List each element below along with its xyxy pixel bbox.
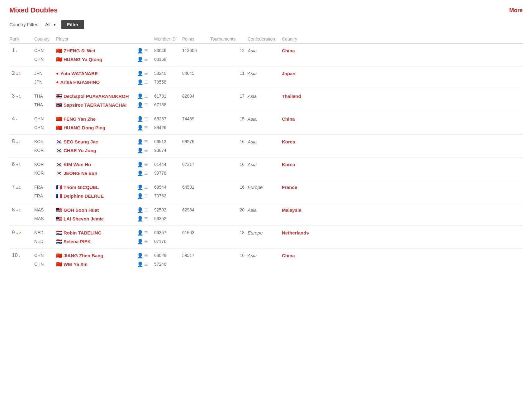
flag-emoji-icon: 🇹🇭 bbox=[56, 93, 62, 99]
person-icon[interactable]: 👤 bbox=[137, 230, 143, 236]
player-name[interactable]: Delphine DELRUE bbox=[64, 193, 104, 199]
list-icon[interactable]: ☰ bbox=[144, 239, 148, 244]
player-name[interactable]: CHAE Yu Jung bbox=[64, 148, 96, 153]
same-icon bbox=[16, 117, 17, 121]
player-name[interactable]: Selena PIEK bbox=[64, 239, 91, 244]
person-icon[interactable]: 👤 bbox=[137, 207, 143, 213]
list-icon[interactable]: ☰ bbox=[144, 230, 148, 235]
list-icon[interactable]: ☰ bbox=[144, 94, 148, 99]
player-name[interactable]: HUANG Ya Qiong bbox=[64, 57, 102, 62]
person-icon[interactable]: 👤 bbox=[137, 139, 143, 145]
tournaments-cell: 12 bbox=[210, 48, 248, 53]
rank-cell: 51 bbox=[9, 138, 34, 145]
pair-block: 1CHN🇨🇳ZHENG Si Wei 👤 ☰ 8304611360612Asia… bbox=[9, 44, 523, 66]
person-icon[interactable]: 👤 bbox=[137, 239, 143, 244]
list-icon[interactable]: ☰ bbox=[144, 139, 148, 144]
player-name[interactable]: Robin TABELING bbox=[64, 230, 102, 235]
player-name[interactable]: Arisa HIGASHINO bbox=[60, 80, 100, 85]
confederation-cell: Asia bbox=[248, 253, 282, 258]
player-name[interactable]: LAI Shevon Jemie bbox=[64, 216, 104, 221]
player-name[interactable]: Sapsiree TAERATTANACHAI bbox=[64, 102, 127, 108]
player-name[interactable]: JEONG Na Eun bbox=[64, 171, 97, 176]
person-icon[interactable]: 👤 bbox=[137, 216, 143, 222]
flag-emoji-icon: 🇹🇭 bbox=[56, 102, 62, 108]
person-icon[interactable]: 👤 bbox=[137, 116, 143, 122]
player-cell: 🇳🇱Selena PIEK bbox=[56, 239, 137, 244]
filter-label: Country Filter: bbox=[9, 22, 39, 27]
country-filter-select[interactable]: All bbox=[42, 20, 58, 29]
list-icon[interactable]: ☰ bbox=[144, 262, 148, 267]
person-icon[interactable]: 👤 bbox=[137, 125, 143, 131]
list-icon[interactable]: ☰ bbox=[144, 117, 148, 121]
player-name[interactable]: KIM Won Ho bbox=[64, 162, 91, 167]
country-code-cell: FRA bbox=[34, 185, 56, 190]
list-icon[interactable]: ☰ bbox=[144, 185, 148, 190]
flag-emoji-icon: 🇲🇾 bbox=[56, 216, 62, 222]
col-header-country: Country bbox=[34, 36, 56, 41]
list-icon[interactable]: ☰ bbox=[144, 48, 148, 53]
person-icon[interactable]: 👤 bbox=[137, 70, 143, 76]
person-icon[interactable]: 👤 bbox=[137, 48, 143, 54]
list-icon[interactable]: ☰ bbox=[144, 57, 148, 62]
page-header: Mixed Doubles More bbox=[9, 6, 523, 14]
person-icon[interactable]: 👤 bbox=[137, 261, 143, 267]
list-icon[interactable]: ☰ bbox=[144, 125, 148, 130]
member-id-cell: 61444 bbox=[154, 162, 182, 167]
player-cell: 🇨🇳HUANG Ya Qiong bbox=[56, 56, 137, 62]
pair-block: 71FRA🇫🇷Thom GICQUEL 👤 ☰ 685446458116Euro… bbox=[9, 180, 523, 203]
person-icon[interactable]: 👤 bbox=[137, 170, 143, 176]
list-icon[interactable]: ☰ bbox=[144, 216, 148, 221]
player-cell: 🇨🇳FENG Yan Zhe bbox=[56, 116, 137, 122]
player-name[interactable]: GOH Soon Huat bbox=[64, 207, 99, 213]
person-icon[interactable]: 👤 bbox=[137, 148, 143, 153]
rank-change-down: 1 bbox=[16, 94, 21, 98]
person-icon[interactable]: 👤 bbox=[137, 162, 143, 167]
country-code-cell: CHN bbox=[34, 57, 56, 62]
person-icon[interactable]: 👤 bbox=[137, 79, 143, 85]
player-icons-cell: 👤 ☰ bbox=[137, 193, 154, 199]
person-icon[interactable]: 👤 bbox=[137, 253, 143, 259]
player-name[interactable]: WEI Ya Xin bbox=[64, 262, 88, 267]
player-name[interactable]: SEO Seung Jae bbox=[64, 139, 98, 144]
more-link[interactable]: More bbox=[509, 7, 523, 14]
rank-number: 8 bbox=[12, 207, 15, 213]
player-name[interactable]: HUANG Dong Ping bbox=[64, 125, 105, 130]
tournaments-cell: 16 bbox=[210, 139, 248, 144]
player-name[interactable]: ZHENG Si Wei bbox=[64, 48, 95, 53]
person-icon[interactable]: 👤 bbox=[137, 184, 143, 190]
list-icon[interactable]: ☰ bbox=[144, 148, 148, 153]
person-icon[interactable]: 👤 bbox=[137, 56, 143, 62]
filter-button[interactable]: Filter bbox=[61, 20, 84, 29]
table-header: Rank Country Player Member ID Points Tou… bbox=[9, 35, 523, 44]
list-icon[interactable]: ☰ bbox=[144, 80, 148, 85]
country-code-cell: NED bbox=[34, 239, 56, 244]
player-name[interactable]: Yuta WATANABE bbox=[60, 71, 97, 76]
person-icon[interactable]: 👤 bbox=[137, 193, 143, 199]
person-icon[interactable]: 👤 bbox=[137, 93, 143, 99]
player-name[interactable]: Thom GICQUEL bbox=[64, 185, 99, 190]
rank-change-same bbox=[16, 117, 17, 121]
country-code-cell: KOR bbox=[34, 148, 56, 153]
list-icon[interactable]: ☰ bbox=[144, 194, 148, 198]
player-name[interactable]: Dechapol PUAVARANUKROH bbox=[64, 94, 129, 99]
player-icons-cell: 👤 ☰ bbox=[137, 125, 154, 131]
col-header-tournaments: Tournaments bbox=[210, 36, 248, 41]
country-name-cell: Japan bbox=[282, 71, 316, 76]
points-cell: 74489 bbox=[182, 116, 210, 121]
list-icon[interactable]: ☰ bbox=[144, 171, 148, 176]
list-icon[interactable]: ☰ bbox=[144, 103, 148, 107]
up-arrow-icon bbox=[16, 186, 19, 189]
player-name[interactable]: JIANG Zhen Bang bbox=[64, 253, 103, 258]
player-name[interactable]: FENG Yan Zhe bbox=[64, 116, 96, 122]
tournaments-cell: 17 bbox=[210, 94, 248, 99]
player-icons-cell: 👤 ☰ bbox=[137, 148, 154, 153]
rank-cell: 1 bbox=[9, 47, 34, 54]
list-icon[interactable]: ☰ bbox=[144, 71, 148, 76]
list-icon[interactable]: ☰ bbox=[144, 253, 148, 258]
col-header-rank: Rank bbox=[9, 36, 34, 41]
table-row: 10CHN🇨🇳JIANG Zhen Bang 👤 ☰ 630295951716A… bbox=[9, 251, 523, 260]
list-icon[interactable]: ☰ bbox=[144, 208, 148, 212]
member-id-cell: 61731 bbox=[154, 94, 182, 99]
person-icon[interactable]: 👤 bbox=[137, 102, 143, 108]
list-icon[interactable]: ☰ bbox=[144, 162, 148, 167]
